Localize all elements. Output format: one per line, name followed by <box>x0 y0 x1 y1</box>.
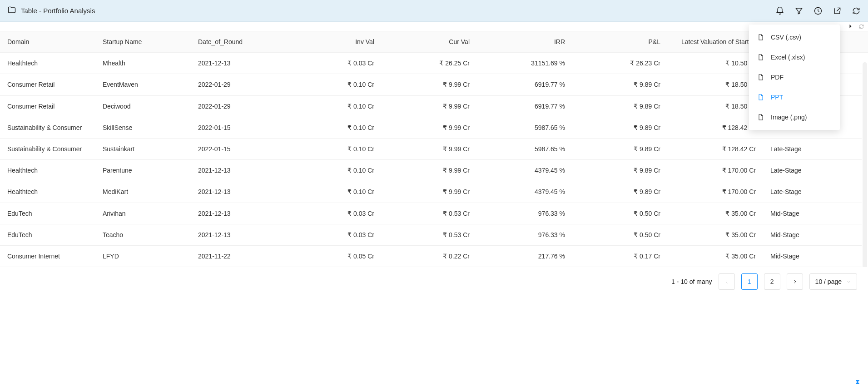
cell-date: 2021-11-22 <box>191 245 286 267</box>
scroll-right-icon[interactable] <box>847 23 853 30</box>
header-bar: Table - Portfolio Analysis <box>0 0 868 22</box>
export-option[interactable]: PPT <box>749 87 840 107</box>
cell-inv: ₹ 0.10 Cr <box>286 117 382 138</box>
table-row[interactable]: Consumer RetailDeciwood2022-01-29₹ 0.10 … <box>0 95 868 117</box>
column-header[interactable]: P&L <box>572 31 668 53</box>
next-page-button[interactable] <box>787 273 803 290</box>
cell-inv: ₹ 0.05 Cr <box>286 245 382 267</box>
cell-irr: 4379.45 % <box>477 160 572 181</box>
cell-irr: 5987.65 % <box>477 117 572 138</box>
page-2-button[interactable]: 2 <box>764 273 780 290</box>
table-row[interactable]: Consumer RetailEventMaven2022-01-29₹ 0.1… <box>0 74 868 95</box>
cell-inv: ₹ 0.10 Cr <box>286 181 382 203</box>
cell-cur: ₹ 0.53 Cr <box>382 224 477 245</box>
cell-inv: ₹ 0.10 Cr <box>286 160 382 181</box>
table-row[interactable]: Sustainability & ConsumerSustainkart2022… <box>0 138 868 159</box>
cell-pl: ₹ 0.17 Cr <box>572 245 668 267</box>
cell-latest: ₹ 35.00 Cr <box>668 245 763 267</box>
cell-cur: ₹ 0.22 Cr <box>382 245 477 267</box>
prev-page-button[interactable] <box>719 273 735 290</box>
table-row[interactable]: EduTechTeacho2021-12-13₹ 0.03 Cr₹ 0.53 C… <box>0 224 868 245</box>
export-icon[interactable] <box>833 6 842 15</box>
export-option[interactable]: CSV (.csv) <box>749 27 840 47</box>
cell-irr: 976.33 % <box>477 203 572 224</box>
cell-irr: 4379.45 % <box>477 181 572 203</box>
cell-startup: Teacho <box>95 224 191 245</box>
cell-stage: Late-Stage <box>763 138 868 159</box>
cell-pl: ₹ 0.50 Cr <box>572 203 668 224</box>
page-size-label: 10 / page <box>815 278 842 285</box>
cell-domain: Healthtech <box>0 181 95 203</box>
header-left: Table - Portfolio Analysis <box>7 5 95 16</box>
cell-domain: Healthtech <box>0 160 95 181</box>
export-option[interactable]: Image (.png) <box>749 107 840 127</box>
table-body: HealthtechMhealth2021-12-13₹ 0.03 Cr₹ 26… <box>0 53 868 267</box>
cell-startup: Mhealth <box>95 53 191 74</box>
table-row[interactable]: Sustainability & ConsumerSkillSense2022-… <box>0 117 868 138</box>
cell-domain: Consumer Retail <box>0 95 95 117</box>
column-header[interactable]: Inv Val <box>286 31 382 53</box>
cell-irr: 976.33 % <box>477 224 572 245</box>
cell-cur: ₹ 9.99 Cr <box>382 95 477 117</box>
cell-cur: ₹ 0.53 Cr <box>382 203 477 224</box>
table-header: DomainStartup NameDate_of_RoundInv ValCu… <box>0 31 868 53</box>
page-size-select[interactable]: 10 / page <box>809 273 857 290</box>
column-label: P&L <box>649 38 660 45</box>
cell-irr: 31151.69 % <box>477 53 572 74</box>
column-header[interactable]: IRR <box>477 31 572 53</box>
cell-pl: ₹ 9.89 Cr <box>572 95 668 117</box>
table-row[interactable]: HealthtechMhealth2021-12-13₹ 0.03 Cr₹ 26… <box>0 53 868 74</box>
cell-date: 2021-12-13 <box>191 203 286 224</box>
table-row[interactable]: HealthtechParentune2021-12-13₹ 0.10 Cr₹ … <box>0 160 868 181</box>
cell-inv: ₹ 0.10 Cr <box>286 138 382 159</box>
cell-date: 2022-01-15 <box>191 138 286 159</box>
cell-irr: 217.76 % <box>477 245 572 267</box>
column-header[interactable]: Date_of_Round <box>191 31 286 53</box>
cell-cur: ₹ 26.25 Cr <box>382 53 477 74</box>
column-header[interactable]: Cur Val <box>382 31 477 53</box>
export-menu: CSV (.csv)Excel (.xlsx)PDFPPTImage (.png… <box>749 25 840 130</box>
filter-icon[interactable] <box>794 6 804 15</box>
cell-domain: Sustainability & Consumer <box>0 117 95 138</box>
cell-pl: ₹ 0.50 Cr <box>572 224 668 245</box>
cell-stage: Late-Stage <box>763 160 868 181</box>
scrollbar-thumb[interactable] <box>863 62 867 267</box>
export-option-label: CSV (.csv) <box>771 34 801 41</box>
export-option-label: PDF <box>771 74 784 81</box>
cell-inv: ₹ 0.10 Cr <box>286 74 382 95</box>
pagination-bar: 1 - 10 of many 1 2 10 / page <box>0 267 868 296</box>
header-actions <box>775 6 861 15</box>
pagination-range: 1 - 10 of many <box>671 278 712 285</box>
cell-latest: ₹ 170.00 Cr <box>668 160 763 181</box>
page-1-button[interactable]: 1 <box>741 273 758 290</box>
cell-domain: EduTech <box>0 203 95 224</box>
cell-date: 2021-12-13 <box>191 181 286 203</box>
file-icon <box>757 94 764 101</box>
page-number: 2 <box>770 278 774 285</box>
refresh-icon[interactable] <box>852 6 861 15</box>
mini-refresh-icon[interactable] <box>858 23 864 30</box>
cell-date: 2021-12-13 <box>191 224 286 245</box>
file-icon <box>757 74 764 81</box>
cell-irr: 6919.77 % <box>477 74 572 95</box>
file-icon <box>757 54 764 61</box>
export-option[interactable]: Excel (.xlsx) <box>749 47 840 67</box>
export-option[interactable]: PDF <box>749 67 840 87</box>
column-header[interactable]: Domain <box>0 31 95 53</box>
table-container: DomainStartup NameDate_of_RoundInv ValCu… <box>0 31 868 267</box>
column-label: Date_of_Round <box>198 38 243 45</box>
bell-icon[interactable] <box>775 6 784 15</box>
column-header[interactable]: Startup Name <box>95 31 191 53</box>
export-option-label: Excel (.xlsx) <box>771 54 805 61</box>
export-option-label: PPT <box>771 94 783 101</box>
column-label: Startup Name <box>103 38 142 45</box>
subheader-bar <box>0 22 868 31</box>
clock-icon[interactable] <box>813 6 823 15</box>
table-row[interactable]: EduTechArivihan2021-12-13₹ 0.03 Cr₹ 0.53… <box>0 203 868 224</box>
table-row[interactable]: Consumer InternetLFYD2021-11-22₹ 0.05 Cr… <box>0 245 868 267</box>
cell-cur: ₹ 9.99 Cr <box>382 117 477 138</box>
cell-date: 2021-12-13 <box>191 160 286 181</box>
table-row[interactable]: HealthtechMediKart2021-12-13₹ 0.10 Cr₹ 9… <box>0 181 868 203</box>
cell-inv: ₹ 0.03 Cr <box>286 224 382 245</box>
vertical-scrollbar[interactable] <box>862 62 868 267</box>
